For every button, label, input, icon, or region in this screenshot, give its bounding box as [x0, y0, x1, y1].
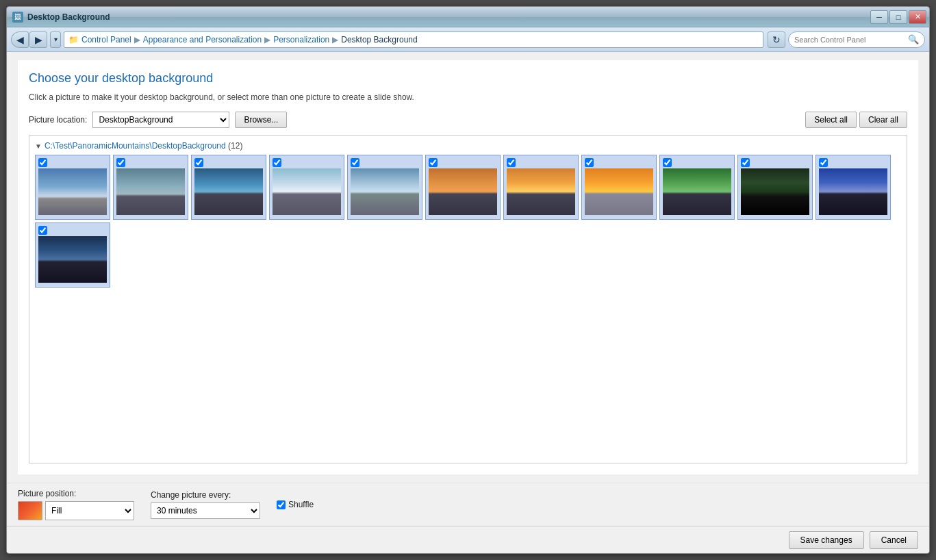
image-checkbox-3[interactable] — [194, 158, 203, 167]
cancel-button[interactable]: Cancel — [870, 531, 918, 549]
forward-button[interactable]: ▶ — [29, 31, 47, 48]
browse-button[interactable]: Browse... — [235, 112, 287, 128]
picture-position-select[interactable]: Fill Fit Stretch Tile Center — [45, 501, 134, 520]
location-row: Picture location: DesktopBackground Brow… — [29, 112, 907, 128]
title-bar-left: 🖼 Desktop Background — [12, 12, 110, 23]
image-checkbox-4[interactable] — [273, 158, 281, 167]
picture-location-select[interactable]: DesktopBackground — [92, 112, 229, 128]
content-inner: Choose your desktop background Click a p… — [18, 60, 918, 474]
list-item[interactable] — [269, 155, 344, 220]
folder-arrow[interactable]: ▼ — [35, 142, 42, 150]
list-item[interactable] — [113, 155, 188, 220]
list-item[interactable] — [659, 155, 735, 220]
image-checkbox-12[interactable] — [38, 226, 47, 235]
list-item[interactable] — [35, 222, 110, 288]
select-all-button[interactable]: Select all — [805, 112, 857, 128]
breadcrumb-sep-1: ▶ — [134, 35, 140, 44]
search-bar: 🔍 — [788, 31, 925, 48]
image-checkbox-5[interactable] — [351, 158, 359, 167]
image-checkbox-8[interactable] — [585, 158, 594, 167]
folder-path-text: C:\Test\PanoramicMountains\DesktopBackgr… — [45, 141, 226, 151]
shuffle-row: Shuffle — [277, 500, 314, 509]
image-thumb-10 — [741, 168, 809, 215]
page-title: Choose your desktop background — [29, 71, 907, 86]
image-thumb-8 — [585, 168, 653, 215]
image-grid-container: ▼ C:\Test\PanoramicMountains\DesktopBack… — [29, 135, 907, 463]
list-item[interactable] — [581, 155, 657, 220]
image-checkbox-10[interactable] — [741, 158, 750, 167]
breadcrumb-part-3[interactable]: Personalization — [273, 35, 329, 44]
list-item[interactable] — [191, 155, 266, 220]
breadcrumb-part-4: Desktop Background — [341, 35, 417, 44]
breadcrumb-sep-3: ▶ — [332, 35, 338, 44]
folder-count: (12) — [228, 141, 242, 151]
image-thumb-4 — [273, 168, 341, 215]
image-thumb-12 — [38, 236, 107, 283]
back-button[interactable]: ◀ — [11, 31, 29, 48]
image-thumb-1 — [38, 168, 107, 215]
image-checkbox-2[interactable] — [116, 158, 125, 167]
select-clear-group: Select all Clear all — [805, 112, 907, 128]
breadcrumb-part-1[interactable]: Control Panel — [81, 35, 131, 44]
shuffle-label: Shuffle — [288, 500, 314, 509]
refresh-button[interactable]: ↻ — [768, 31, 785, 48]
shuffle-checkbox[interactable] — [277, 500, 286, 509]
main-content: Choose your desktop background Click a p… — [7, 52, 929, 526]
maximize-button[interactable]: □ — [889, 10, 907, 24]
image-thumb-3 — [194, 168, 263, 215]
title-bar: 🖼 Desktop Background ─ □ ✕ — [7, 7, 929, 27]
image-thumb-9 — [663, 168, 731, 215]
image-thumb-2 — [116, 168, 185, 215]
list-item[interactable] — [815, 155, 891, 220]
image-thumb-7 — [507, 168, 575, 215]
picture-position-label: Picture position: — [18, 489, 134, 498]
bottom-controls: Picture position: Fill Fit Stretch Tile … — [7, 483, 929, 526]
list-item[interactable] — [35, 155, 110, 220]
image-checkbox-7[interactable] — [507, 158, 516, 167]
search-icon: 🔍 — [908, 34, 919, 44]
window-title: Desktop Background — [27, 12, 110, 22]
list-item[interactable] — [737, 155, 813, 220]
image-thumb-5 — [351, 168, 419, 215]
close-button[interactable]: ✕ — [909, 10, 926, 24]
location-label: Picture location: — [29, 115, 87, 125]
breadcrumb-icon: 📁 — [68, 35, 79, 44]
image-checkbox-9[interactable] — [663, 158, 672, 167]
image-grid — [35, 155, 901, 288]
image-checkbox-11[interactable] — [819, 158, 828, 167]
footer: Save changes Cancel — [7, 526, 929, 553]
folder-path: C:\Test\PanoramicMountains\DesktopBackgr… — [45, 141, 242, 151]
list-item[interactable] — [425, 155, 501, 220]
window-icon: 🖼 — [12, 12, 23, 23]
list-item[interactable] — [347, 155, 422, 220]
picture-position-group: Picture position: Fill Fit Stretch Tile … — [18, 489, 134, 520]
main-window: 🖼 Desktop Background ─ □ ✕ ◀ ▶ ▾ 📁 Contr… — [6, 6, 930, 554]
save-changes-button[interactable]: Save changes — [789, 531, 864, 549]
search-input[interactable] — [794, 36, 905, 44]
image-thumb-11 — [819, 168, 887, 215]
folder-header: ▼ C:\Test\PanoramicMountains\DesktopBack… — [35, 141, 901, 151]
dropdown-button[interactable]: ▾ — [50, 31, 61, 48]
breadcrumb-bar: 📁 Control Panel ▶ Appearance and Persona… — [64, 31, 763, 48]
position-preview — [18, 501, 42, 520]
change-picture-label: Change picture every: — [151, 490, 260, 500]
title-bar-controls: ─ □ ✕ — [870, 10, 926, 24]
image-checkbox-6[interactable] — [429, 158, 438, 167]
image-thumb-6 — [429, 168, 497, 215]
address-bar: ◀ ▶ ▾ 📁 Control Panel ▶ Appearance and P… — [7, 27, 929, 52]
breadcrumb-sep-2: ▶ — [264, 35, 270, 44]
minimize-button[interactable]: ─ — [870, 10, 888, 24]
image-checkbox-1[interactable] — [38, 158, 47, 167]
clear-all-button[interactable]: Clear all — [859, 112, 907, 128]
change-picture-select[interactable]: 10 seconds 30 seconds 1 minute 2 minutes… — [151, 502, 260, 519]
list-item[interactable] — [503, 155, 579, 220]
nav-buttons: ◀ ▶ — [11, 31, 47, 48]
position-select-wrapper: Fill Fit Stretch Tile Center — [18, 501, 134, 520]
breadcrumb-part-2[interactable]: Appearance and Personalization — [143, 35, 262, 44]
page-subtitle: Click a picture to make it your desktop … — [29, 92, 907, 102]
change-picture-group: Change picture every: 10 seconds 30 seco… — [151, 490, 260, 519]
